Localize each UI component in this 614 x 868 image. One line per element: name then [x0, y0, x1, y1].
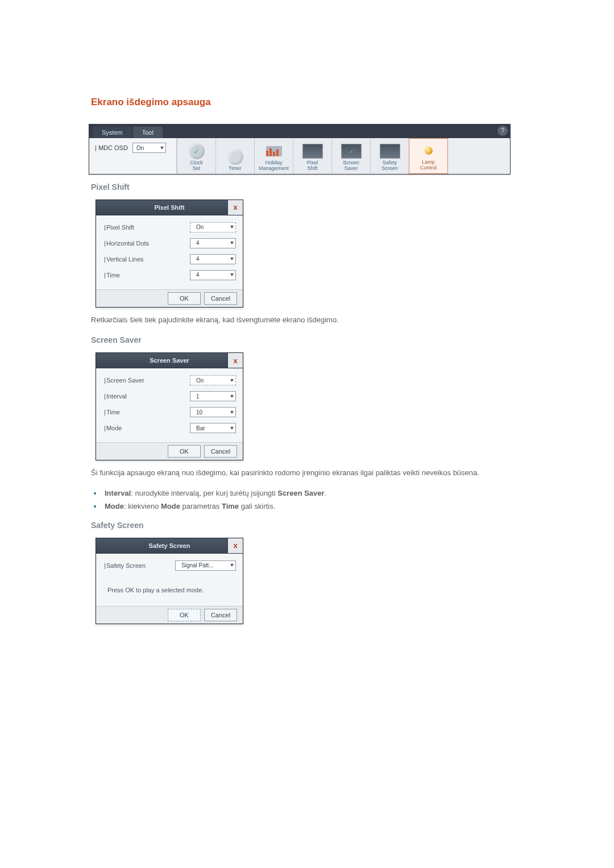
tool-holiday-management[interactable]: Holiday Management [254, 138, 293, 174]
list-item: Interval: nurodykite intervalą, per kurį… [102, 489, 523, 497]
page-title: Ekrano išdegimo apsauga [91, 97, 523, 108]
vlines-label: Vertical Lines [104, 256, 190, 263]
safety-screen-msg: Press OK to play a selected mode. [104, 584, 236, 603]
tool-screen-saver[interactable]: ✓ Screen Saver [331, 138, 370, 174]
cancel-button[interactable]: Cancel [204, 445, 237, 458]
tool-clock-set[interactable]: ✓ Clock Set [177, 138, 215, 174]
hdots-label: Horizontal Dots [104, 240, 190, 247]
mdc-osd-select[interactable]: On [132, 143, 166, 153]
ok-button[interactable]: OK [168, 292, 201, 305]
time-label: Time [104, 272, 190, 279]
pixel-shift-select[interactable]: On [190, 222, 236, 232]
screen-saver-select[interactable]: On [190, 375, 236, 385]
tool-pixel-shift[interactable]: Pixel Shift [293, 138, 331, 174]
close-icon[interactable]: x [227, 353, 243, 368]
chevron-down-icon [230, 395, 234, 398]
hdots-select[interactable]: 4 [190, 238, 236, 248]
pixel-shift-label: Pixel Shift [104, 224, 190, 231]
ss-time-select[interactable]: 10 [190, 407, 236, 417]
screen-saver-dialog-title: Screen Saver x [96, 353, 243, 368]
heading-safety-screen: Safety Screen [91, 521, 523, 530]
cancel-button[interactable]: Cancel [204, 609, 237, 621]
safety-screen-select[interactable]: Signal Patt... [175, 560, 236, 571]
chevron-down-icon [230, 273, 234, 276]
screen-saver-label: Screen Saver [104, 377, 190, 384]
safety-screen-label: Safety Screen [104, 562, 175, 569]
toolbar-left-panel: | MDC OSD On [89, 138, 177, 174]
interval-select[interactable]: 1 [190, 391, 236, 401]
ss-time-label: Time [104, 409, 190, 416]
lamp-icon [425, 147, 433, 155]
mode-label: Mode [104, 425, 190, 431]
tool-timer[interactable]: Timer [215, 138, 254, 174]
list-item: Mode: kiekvieno Mode parametras Time gal… [102, 502, 523, 510]
thumb-icon [302, 144, 323, 159]
chevron-down-icon [230, 242, 234, 244]
chevron-down-icon [230, 427, 234, 430]
screen-saver-body-text: Ši funkcija apsaugo ekraną nuo išdegimo,… [91, 467, 523, 479]
toolbar-tabrow: System Tool ? [89, 124, 510, 138]
chevron-down-icon [230, 411, 234, 414]
chevron-down-icon [160, 147, 164, 149]
tab-tool[interactable]: Tool [133, 127, 163, 138]
heading-pixel-shift: Pixel Shift [91, 182, 523, 192]
tool-lamp-control[interactable]: Lamp Control [409, 138, 448, 174]
chevron-down-icon [230, 564, 234, 567]
safety-screen-dialog: Safety Screen x Safety Screen Signal Pat… [96, 538, 243, 624]
ok-button[interactable]: OK [168, 609, 201, 621]
time-select[interactable]: 4 [190, 270, 236, 280]
help-icon[interactable]: ? [497, 126, 508, 136]
mdc-osd-label: | MDC OSD [95, 144, 128, 151]
bullet-list: Interval: nurodykite intervalą, per kurį… [91, 489, 523, 510]
interval-label: Interval [104, 393, 190, 400]
pixel-shift-dialog: Pixel Shift x Pixel Shift On Horizontal … [96, 200, 243, 308]
toolbar: System Tool ? | MDC OSD On ✓ Clock Set [89, 124, 511, 175]
tool-safety-screen[interactable]: Safety Screen [370, 138, 409, 174]
close-icon[interactable]: x [227, 538, 243, 553]
tab-system[interactable]: System [93, 127, 132, 138]
screen-saver-dialog: Screen Saver x Screen Saver On Interval … [96, 352, 243, 460]
chevron-down-icon [230, 226, 234, 229]
chevron-down-icon [230, 379, 234, 382]
heading-screen-saver: Screen Saver [91, 335, 523, 344]
chevron-down-icon [230, 258, 234, 260]
cancel-button[interactable]: Cancel [204, 292, 237, 305]
check-icon: ✓ [193, 147, 200, 156]
ok-button[interactable]: OK [168, 445, 201, 458]
pixel-shift-body-text: Retkarčiais šiek tiek pajudinkite ekraną… [91, 314, 523, 326]
vlines-select[interactable]: 4 [190, 254, 236, 264]
close-icon[interactable]: x [227, 200, 243, 215]
pixel-shift-dialog-title: Pixel Shift x [96, 200, 243, 215]
mode-select[interactable]: Bar [190, 423, 236, 433]
safety-screen-dialog-title: Safety Screen x [96, 538, 243, 554]
